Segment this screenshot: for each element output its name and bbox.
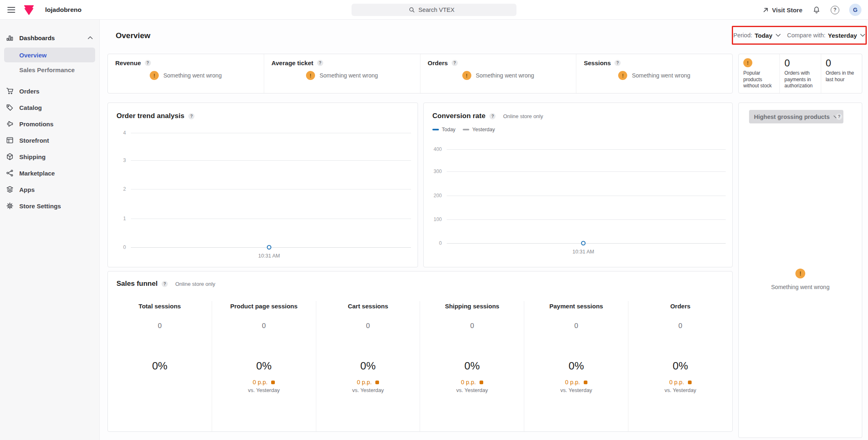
y-tick: 100 <box>424 217 442 222</box>
period-label: Period: <box>733 32 752 39</box>
legend-label: Yesterday <box>472 127 495 132</box>
funnel-col-label: Cart sessions <box>348 303 388 310</box>
funnel-col-label: Orders <box>670 303 690 310</box>
sidebar-item-shipping[interactable]: Shipping <box>0 148 99 165</box>
data-point[interactable] <box>267 245 272 250</box>
funnel-col-percent: 0% <box>152 360 168 372</box>
sidebar-item-marketplace[interactable]: Marketplace <box>0 165 99 181</box>
sidebar-item-label: Storefront <box>19 137 49 144</box>
funnel-col-percent: 0% <box>256 360 272 372</box>
products-metric-dropdown[interactable]: Highest grossing products <box>749 110 843 123</box>
warning-icon: ! <box>150 71 159 80</box>
y-tick: 0 <box>108 244 126 250</box>
funnel-col-cart-sessions: Cart sessions 0 0% 0 p.p. vs. Yesterday <box>316 301 420 431</box>
sidebar-item-label: Store Settings <box>19 203 61 210</box>
help-badge-icon[interactable]: ? <box>162 281 168 287</box>
chevron-up-icon <box>88 36 93 39</box>
funnel-col-value: 0 <box>470 322 474 330</box>
data-point[interactable] <box>581 241 586 246</box>
sidebar-item-sales-performance[interactable]: Sales Performance <box>4 62 95 77</box>
chart-title: Conversion rate <box>432 112 485 120</box>
help-badge-icon[interactable]: ? <box>452 60 458 66</box>
funnel-col-value: 0 <box>574 322 578 330</box>
funnel-col-shipping-sessions: Shipping sessions 0 0% 0 p.p. vs. Yester… <box>420 301 524 431</box>
gridline-zero: 0 <box>424 243 726 244</box>
visit-store-label: Visit Store <box>772 7 802 14</box>
kpi-label: Orders <box>428 59 448 66</box>
warning-icon: ! <box>618 71 627 80</box>
kpi-label: Sessions <box>584 59 611 66</box>
gridline: 3 <box>108 160 411 161</box>
online-store-only-note: Online store only <box>175 281 215 287</box>
funnel-col-label: Payment sessions <box>549 303 603 310</box>
sidebar-item-overview[interactable]: Overview <box>4 48 95 62</box>
x-axis-label: 10:31 AM <box>258 253 280 259</box>
funnel-col-label: Shipping sessions <box>445 303 500 310</box>
help-badge-icon[interactable]: ? <box>145 60 151 66</box>
gear-icon <box>6 202 14 210</box>
notifications-button[interactable] <box>812 6 821 14</box>
compare-with-select[interactable]: Compare with: Yesterday <box>787 32 865 39</box>
period-select[interactable]: Period: Today <box>733 32 781 39</box>
sidebar-item-apps[interactable]: Apps <box>0 181 99 198</box>
summary-label: Orders with payments in authorization <box>784 70 816 89</box>
legend-item-yesterday[interactable]: Yesterday <box>463 127 495 132</box>
sidebar-item-label: Shipping <box>19 153 46 160</box>
gridline: 400 <box>424 149 726 150</box>
sidebar-item-store-settings[interactable]: Store Settings <box>0 198 99 214</box>
y-tick: 300 <box>424 169 442 174</box>
sidebar-item-label: Overview <box>19 52 47 59</box>
sidebar-item-label: Sales Performance <box>19 66 75 73</box>
summary-value: 0 <box>784 58 816 68</box>
sidebar-section-dashboards[interactable]: Dashboards <box>6 32 93 43</box>
funnel-vs-label: vs. Yesterday <box>352 387 384 393</box>
global-search[interactable] <box>352 4 516 16</box>
gridline: 4 <box>108 133 411 133</box>
sidebar-item-promotions[interactable]: Promotions <box>0 116 99 132</box>
help-badge-icon[interactable]: ? <box>836 114 842 120</box>
vtex-logo-icon[interactable] <box>23 5 34 15</box>
y-tick: 200 <box>424 193 442 198</box>
sidebar-item-orders[interactable]: Orders <box>0 83 99 99</box>
sidebar-item-storefront[interactable]: Storefront <box>0 132 99 148</box>
kpi-cards: Revenue ? ! Something went wrong Average… <box>107 54 733 93</box>
help-badge-icon[interactable]: ? <box>489 113 496 119</box>
gridline: 1 <box>108 219 411 219</box>
sidebar-item-label: Orders <box>19 88 39 95</box>
funnel-col-value: 0 <box>262 322 266 330</box>
summary-popular-products: ! Popular products without stock <box>739 54 779 93</box>
sidebar-item-catalog[interactable]: Catalog <box>0 99 99 116</box>
error-message: Something went wrong <box>632 72 690 79</box>
period-annotation-box: Period: Today Compare with: Yesterday <box>732 26 867 45</box>
period-value: Today <box>755 32 772 39</box>
warning-icon: ! <box>795 269 805 278</box>
sales-funnel-card: Sales funnel ? Online store only Total s… <box>107 271 733 432</box>
warning-icon: ! <box>743 58 752 67</box>
error-message: Something went wrong <box>476 72 534 79</box>
avatar-initial: G <box>853 7 858 13</box>
legend-item-today[interactable]: Today <box>432 127 455 132</box>
layers-icon <box>6 185 14 194</box>
help-badge-icon[interactable]: ? <box>188 113 194 119</box>
avatar[interactable]: G <box>849 4 861 16</box>
gridline: 300 <box>424 171 726 172</box>
help-badge-icon[interactable]: ? <box>614 60 621 66</box>
menu-icon[interactable] <box>7 5 16 15</box>
gridline-zero: 0 <box>108 247 411 248</box>
funnel-vs-label: vs. Yesterday <box>456 387 488 393</box>
kpi-label: Average ticket <box>272 59 313 66</box>
sidebar-item-label: Marketplace <box>19 170 55 177</box>
funnel-delta: 0 p.p. <box>565 379 580 385</box>
error-message: Something went wrong <box>771 284 829 290</box>
chart-title: Order trend analysis <box>116 112 184 120</box>
y-tick: 400 <box>424 146 442 152</box>
funnel-col-orders: Orders 0 0% 0 p.p. vs. Yesterday <box>628 301 732 431</box>
vtex-admin-dashboard: lojadobreno Visit Store ? <box>0 0 868 440</box>
funnel-vs-label: vs. Yesterday <box>665 387 696 393</box>
visit-store-link[interactable]: Visit Store <box>763 7 802 14</box>
error-message: Something went wrong <box>163 72 222 79</box>
help-button[interactable]: ? <box>831 6 839 14</box>
conversion-rate-chart-card: Conversion rate ? Online store only Toda… <box>423 103 733 267</box>
search-input[interactable] <box>418 7 459 13</box>
help-badge-icon[interactable]: ? <box>317 60 323 66</box>
